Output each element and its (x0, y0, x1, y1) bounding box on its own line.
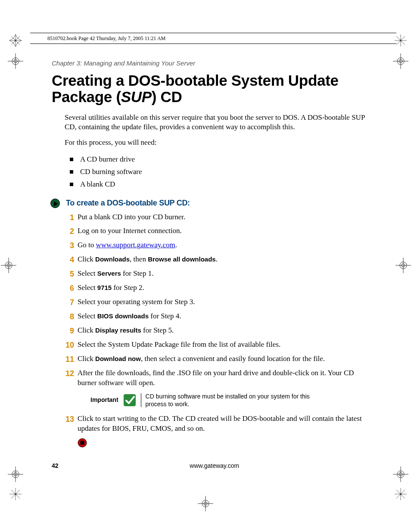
header-rule (30, 33, 396, 33)
step-number: 12 (61, 368, 74, 379)
step-text: . (216, 255, 218, 263)
step-text: Select (78, 312, 97, 320)
step: 13Click to start writing to the CD. The … (65, 414, 371, 434)
procedure-heading: To create a DOS-bootable SUP CD: (66, 199, 190, 208)
step-text: Click to start writing to the CD. The CD… (78, 414, 362, 432)
step-text: Click (78, 326, 95, 334)
svg-line-9 (16, 43, 18, 47)
stop-icon (78, 438, 87, 448)
step-text: for Step 5. (141, 326, 174, 334)
print-registration-icon (198, 496, 213, 511)
step-number: 8 (61, 311, 74, 322)
step-text: Click (78, 355, 95, 363)
print-registration-icon (8, 467, 23, 482)
step-number: 6 (61, 283, 74, 293)
important-note: Important CD burning software must be in… (90, 392, 371, 408)
step: 10Select the System Update Package file … (65, 340, 371, 350)
print-registration-icon (393, 467, 408, 482)
step-number: 11 (61, 354, 74, 364)
step: 3Go to www.support.gateway.com. (65, 240, 371, 250)
step: 11Click Download now, then select a conv… (65, 354, 371, 364)
ui-label: Display results (95, 327, 141, 334)
play-icon (50, 199, 60, 208)
title-text: ) CD (152, 88, 182, 105)
ui-label: Download now (95, 355, 141, 362)
print-registration-icon (395, 258, 411, 273)
svg-line-5 (16, 34, 18, 38)
steps-list: 1Put a blank CD into your CD burner. 2Lo… (65, 212, 371, 434)
ui-label: BIOS downloads (97, 312, 149, 320)
header-rule (30, 44, 396, 44)
book-header: 8510702.book Page 42 Thursday, July 7, 2… (47, 35, 165, 42)
list-item: A CD burner drive (65, 153, 371, 166)
list-item: CD burning software (65, 166, 371, 178)
important-text: CD burning software must be installed on… (146, 392, 331, 408)
step-text: Click (78, 255, 95, 263)
step-text: , then (130, 255, 148, 263)
svg-line-6 (13, 34, 16, 38)
step: 8Select BIOS downloads for Step 4. (65, 311, 371, 321)
step: 12After the file downloads, find the .IS… (65, 368, 371, 408)
important-label: Important (90, 396, 118, 404)
step-text: . (175, 241, 177, 249)
step: 9Click Display results for Step 5. (65, 326, 371, 336)
step: 2Log on to your Internet connection. (65, 226, 371, 236)
step: 7Select your operating system for Step 3… (65, 297, 371, 307)
title-italic: SUP (121, 88, 152, 105)
print-starburst-icon (394, 487, 408, 501)
need-intro: For this process, you will need: (65, 138, 371, 147)
ui-label: Servers (97, 270, 121, 277)
print-starburst-icon (394, 34, 408, 47)
step-number: 13 (61, 414, 74, 424)
step-text: , then select a convenient and easily fo… (141, 355, 325, 363)
svg-line-12 (9, 38, 13, 40)
step-number: 10 (61, 340, 74, 350)
page-footer: 42 www.gateway.com (52, 462, 371, 469)
print-starburst-icon (9, 34, 22, 47)
svg-line-11 (9, 40, 13, 43)
needs-list: A CD burner drive CD burning software A … (65, 153, 371, 191)
step: 1Put a blank CD into your CD burner. (65, 212, 371, 222)
step-number: 1 (61, 212, 74, 223)
step-number: 7 (61, 297, 74, 308)
svg-line-8 (18, 38, 22, 40)
step-number: 2 (61, 226, 74, 236)
print-registration-icon (393, 53, 408, 69)
step-text: Select (78, 283, 97, 292)
intro-paragraph: Several utilities available on this serv… (65, 113, 371, 132)
step-number: 4 (61, 255, 74, 265)
support-link[interactable]: www.support.gateway.com (96, 241, 175, 249)
step-number: 5 (61, 269, 74, 279)
print-registration-icon (1, 258, 16, 273)
step-text: Go to (78, 241, 96, 249)
svg-line-10 (13, 43, 16, 47)
step: 5Select Servers for Step 1. (65, 269, 371, 279)
step-text: Select the System Update Package file fr… (78, 340, 280, 348)
step-text: for Step 2. (112, 283, 144, 292)
footer-url: www.gateway.com (59, 462, 371, 469)
print-registration-icon (8, 53, 23, 69)
step-text: for Step 4. (149, 312, 181, 320)
checkmark-icon (123, 393, 141, 407)
step-text: After the file downloads, find the .ISO … (78, 369, 354, 387)
title-text: Creating a DOS-bootable System Update Pa… (52, 72, 339, 105)
page-title: Creating a DOS-bootable System Update Pa… (52, 72, 371, 105)
ui-label: Downloads (95, 255, 130, 263)
step: 6Select 9715 for Step 2. (65, 283, 371, 293)
svg-line-7 (18, 40, 22, 43)
svg-rect-58 (81, 441, 84, 445)
ui-label: 9715 (97, 284, 112, 291)
step-text: for Step 1. (121, 269, 154, 277)
step-number: 9 (61, 326, 74, 336)
list-item: A blank CD (65, 178, 371, 191)
chapter-label: Chapter 3: Managing and Maintaining Your… (52, 59, 195, 67)
print-starburst-icon (9, 487, 22, 501)
step-text: Select your operating system for Step 3. (78, 298, 195, 306)
ui-label: Browse all downloads (148, 255, 216, 263)
page-number: 42 (52, 462, 59, 469)
step-text: Select (78, 269, 97, 277)
step-number: 3 (61, 240, 74, 251)
step-text: Log on to your Internet connection. (78, 227, 182, 235)
step: 4Click Downloads, then Browse all downlo… (65, 255, 371, 264)
step-text: Put a blank CD into your CD burner. (78, 213, 185, 221)
